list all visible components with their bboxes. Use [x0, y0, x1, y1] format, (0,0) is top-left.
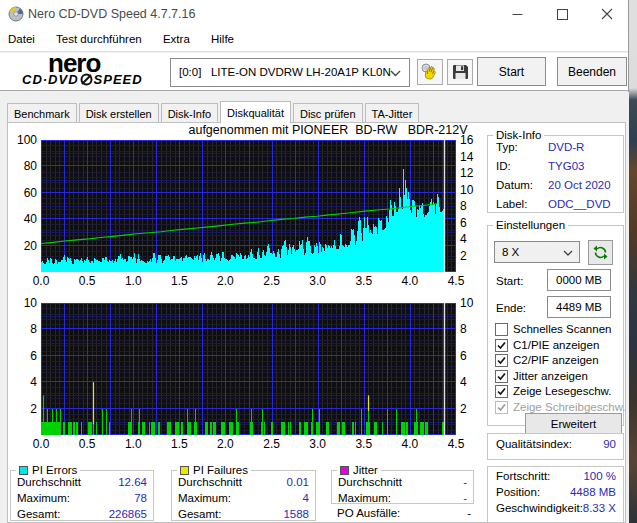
y-axis-label-left: 100: [5, 133, 37, 147]
y-axis-label-right: 10: [460, 183, 486, 197]
checkbox-c2-pif-anzeigen[interactable]: C2/PIF anzeigen: [495, 353, 599, 367]
legend-color-icon: [19, 466, 28, 475]
stats-row: Gesamt:1588: [178, 508, 309, 523]
client-area: BenchmarkDisk erstellenDisk-InfoDiskqual…: [0, 92, 629, 523]
y-axis-label-left: 20: [5, 239, 37, 253]
close-button[interactable]: [592, 0, 622, 28]
menu-extra[interactable]: Extra: [157, 28, 196, 51]
x-axis-label: 3.5: [344, 437, 384, 451]
app-window: Nero CD-DVD Speed 4.7.7.16 Datei Test du…: [0, 0, 629, 523]
stats-row: Gesamt:226865: [17, 508, 147, 523]
maximize-button[interactable]: [547, 0, 577, 28]
chart-recorded-with: aufgenommen mit PIONEER BD-RW BDR-212V: [168, 123, 488, 137]
y-axis-label-right: 2: [460, 249, 486, 263]
checkbox-icon: [495, 354, 508, 367]
floppy-save-icon: [452, 64, 469, 81]
y-axis-label-right: 8: [460, 199, 486, 213]
x-axis-label: 2.5: [252, 437, 292, 451]
x-axis-label: 2.5: [252, 274, 292, 288]
menu-datei[interactable]: Datei: [2, 28, 41, 51]
x-axis-label: 2.0: [205, 437, 245, 451]
y-axis-label-right: 6: [460, 216, 486, 230]
legend-color-icon: [180, 466, 189, 475]
checkbox-c1-pie-anzeigen[interactable]: C1/PIE anzeigen: [495, 338, 599, 352]
po-failures-row: PO Ausfälle: -: [337, 507, 471, 519]
drive-select[interactable]: [0:0] LITE-ON DVDRW LH-20A1P KL0N: [170, 58, 410, 87]
stats-box-jitter: JitterDurchschnitt-Maximum:-: [331, 464, 474, 504]
pi-failures-chart: 1086421086420.00.51.01.52.02.53.03.54.04…: [41, 303, 456, 435]
y-axis-label-left: 80: [5, 159, 37, 173]
y-axis-label-left: 10: [5, 296, 37, 310]
x-axis-label: 1.5: [159, 437, 199, 451]
progress-box: Fortschritt:100 %Position:4488 MBGeschwi…: [487, 466, 624, 523]
stats-box-pi-errors: PI ErrorsDurchschnitt12.64Maximum:78Gesa…: [10, 464, 154, 521]
x-axis-label: 1.0: [113, 274, 153, 288]
start-field[interactable]: 0000 MB: [547, 269, 611, 291]
tab-ta-jitter[interactable]: TA-Jitter: [365, 103, 420, 123]
y-axis-label-right: 4: [460, 375, 486, 389]
y-axis-label-right: 4: [460, 232, 486, 246]
y-axis-label-left: 8: [5, 322, 37, 336]
checkbox-zeige-schreibgeschw-[interactable]: Zeige Schreibgeschw.: [495, 400, 626, 414]
checkbox-schnelles-scannen[interactable]: Schnelles Scannen: [495, 322, 611, 336]
checkbox-icon: [495, 370, 508, 383]
x-axis-label: 4.0: [390, 274, 430, 288]
toolbar: nero CD·DVD SPEED [0:0] LITE-ON DVDRW LH…: [0, 53, 628, 91]
tab-disk-info[interactable]: Disk-Info: [161, 103, 218, 123]
stats-row: Durchschnitt-: [338, 476, 467, 492]
y-axis-label-right: 12: [460, 166, 486, 180]
x-axis-label: 4.5: [436, 274, 476, 288]
stats-row: Maximum:78: [17, 492, 147, 508]
screen: Nero CD-DVD Speed 4.7.7.16 Datei Test du…: [0, 0, 637, 523]
x-axis-label: 4.0: [390, 437, 430, 451]
checkbox-jitter-anzeigen[interactable]: Jitter anzeigen: [495, 369, 588, 383]
titlebar: Nero CD-DVD Speed 4.7.7.16: [0, 0, 628, 28]
quit-button[interactable]: Beenden: [557, 57, 627, 86]
x-axis-label: 3.5: [344, 274, 384, 288]
tab-disc-prüfen[interactable]: Disc prüfen: [293, 103, 363, 123]
x-axis-label: 1.0: [113, 437, 153, 451]
end-field[interactable]: 4489 MB: [547, 296, 611, 318]
y-axis-label-right: 14: [460, 150, 486, 164]
save-button[interactable]: [447, 59, 473, 85]
progress-row: Geschwindigkeit:8.33 X: [496, 502, 616, 514]
stats-row: Maximum:-: [338, 492, 467, 508]
y-axis-label-right: 8: [460, 322, 486, 336]
y-axis-label-right: 2: [460, 402, 486, 416]
x-axis-label: 0.5: [67, 437, 107, 451]
y-axis-label-left: 60: [5, 186, 37, 200]
speed-select[interactable]: 8 X: [494, 241, 580, 263]
menu-hilfe[interactable]: Hilfe: [205, 28, 240, 51]
progress-row: Position:4488 MB: [496, 486, 616, 498]
tab-benchmark[interactable]: Benchmark: [7, 103, 77, 123]
nero-logo: nero CD·DVD SPEED: [22, 52, 143, 87]
tab-disk-erstellen[interactable]: Disk erstellen: [79, 103, 159, 123]
tab-panel: aufgenommen mit PIONEER BD-RW BDR-212V 1…: [7, 122, 626, 523]
disk-info-row: Label:ODC__DVD: [496, 198, 618, 210]
stats-box-pi-failures: PI FailuresDurchschnitt0.01Maximum:4Gesa…: [171, 464, 316, 521]
y-axis-label-left: 6: [5, 349, 37, 363]
eject-disc-button[interactable]: [417, 59, 443, 85]
refresh-button[interactable]: [588, 240, 613, 265]
window-title: Nero CD-DVD Speed 4.7.7.16: [28, 0, 195, 28]
y-axis-label-left: 2: [5, 402, 37, 416]
disk-info-row: Typ:DVD-R: [496, 141, 618, 153]
x-axis-label: 0.0: [21, 437, 61, 451]
settings-box: Einstellungen8 XStart:0000 MBEnde:4489 M…: [487, 219, 624, 426]
stats-row: Durchschnitt12.64: [17, 476, 147, 492]
checkbox-zeige-lesegeschw-[interactable]: Zeige Lesegeschw.: [495, 384, 611, 398]
quality-index-box: Qualitätsindex:90: [487, 433, 624, 460]
legend-color-icon: [340, 466, 349, 475]
tab-diskqualität[interactable]: Diskqualität: [220, 101, 291, 124]
y-axis-label-right: 16: [460, 133, 486, 147]
minimize-button[interactable]: [502, 0, 532, 28]
advanced-button[interactable]: Erweitert: [525, 413, 622, 435]
x-axis-label: 3.0: [298, 437, 338, 451]
checkbox-icon: [495, 401, 508, 414]
x-axis-label: 3.0: [298, 274, 338, 288]
start-button[interactable]: Start: [477, 57, 546, 86]
stats-row: Maximum:4: [178, 492, 309, 508]
stats-row: Durchschnitt0.01: [178, 476, 309, 492]
pi-errors-chart: 100806040201614121086420.00.51.01.52.02.…: [41, 140, 456, 272]
progress-row: Fortschritt:100 %: [496, 470, 616, 482]
